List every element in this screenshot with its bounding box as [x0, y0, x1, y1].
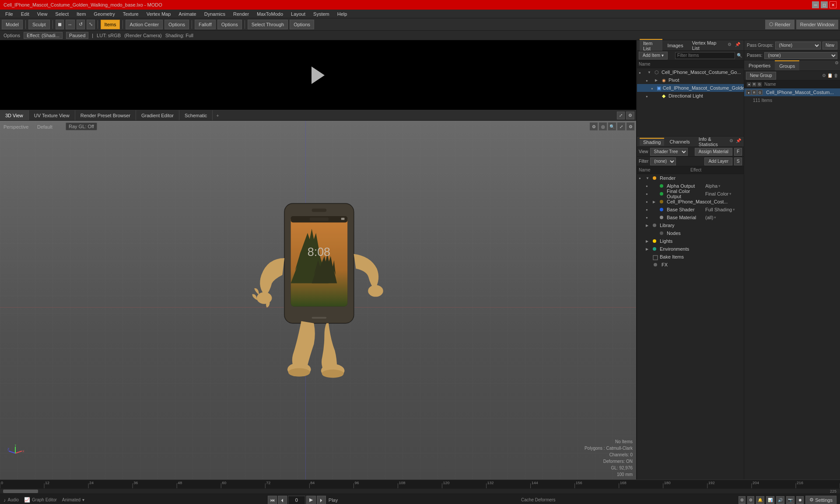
transport-play[interactable]: ▶ — [306, 496, 316, 504]
menu-view[interactable]: View — [34, 10, 51, 18]
tab-schematic[interactable]: Schematic — [179, 110, 213, 120]
assign-material-button[interactable]: Assign Material — [695, 148, 732, 156]
tab-channels[interactable]: Channels — [666, 138, 693, 145]
shade-row-cell[interactable]: ● ▶ Cell_IPhone_Mascot_Cost... — [637, 198, 744, 206]
shader-tree-select[interactable]: Shader Tree — [650, 148, 688, 156]
frame-input[interactable] — [288, 496, 305, 504]
vp-icon-1[interactable]: ⚙ — [590, 122, 598, 130]
shading-pin-icon[interactable]: 📌 — [736, 138, 741, 145]
new-group-button[interactable]: New Group — [746, 72, 776, 80]
action-center-button[interactable]: Action Center — [126, 20, 163, 29]
select-through-button[interactable]: Select Through — [248, 20, 288, 29]
add-item-button[interactable]: Add Item ▾ — [639, 52, 668, 60]
timeline-scroll-thumb[interactable] — [3, 490, 38, 493]
menu-edit[interactable]: Edit — [18, 10, 33, 18]
audio-item[interactable]: ♪ Audio — [4, 497, 19, 503]
menu-file[interactable]: File — [2, 10, 17, 18]
group-g-icon[interactable]: G — [757, 90, 763, 95]
shade-row-bake[interactable]: Bake Items — [637, 253, 744, 261]
menu-system[interactable]: System — [310, 10, 333, 18]
close-button[interactable]: ✕ — [830, 1, 836, 8]
expand-render[interactable]: ▼ — [646, 176, 651, 180]
maximize-button[interactable]: □ — [821, 1, 828, 8]
tab-shading[interactable]: Shading — [640, 138, 664, 146]
status-icon-1[interactable]: ⚙ — [738, 496, 746, 504]
minimize-button[interactable]: ─ — [812, 1, 819, 8]
paused-btn[interactable]: Paused — [66, 32, 88, 39]
timeline-canvas[interactable] — [0, 480, 840, 488]
filter-select[interactable]: (none) — [650, 158, 676, 165]
graph-editor-item[interactable]: 📈 Graph Editor — [24, 497, 57, 503]
exp-btn[interactable]: ▶ — [646, 224, 651, 228]
icon-btn-3[interactable]: ↺ — [77, 20, 85, 29]
groups-settings-icon[interactable]: ⚙ — [833, 60, 840, 67]
menu-maxtomodo[interactable]: MaxToModo — [253, 10, 287, 18]
item-row-light[interactable]: Directional Light — [637, 92, 744, 100]
shade-row-render[interactable]: ● ▼ Render — [637, 174, 744, 182]
render-button[interactable]: ⬡ Render — [765, 20, 794, 29]
vis-btn[interactable]: ● — [646, 192, 651, 196]
menu-select[interactable]: Select — [52, 10, 72, 18]
shade-row-base-shader[interactable]: ● Base Shader Full Shading ▾ — [637, 206, 744, 214]
vis-btn[interactable]: ● — [646, 200, 651, 204]
shade-row-base-material[interactable]: ● Base Material (all) ▾ — [637, 214, 744, 221]
exp-btn[interactable]: ▶ — [646, 239, 651, 243]
status-icon-2[interactable]: ⚙ — [747, 496, 754, 504]
tab-vertex-map[interactable]: Vertex Map List — [689, 39, 724, 52]
expand-icon[interactable] — [654, 77, 659, 83]
add-layer-button[interactable]: Add Layer — [704, 158, 732, 165]
shade-row-fx[interactable]: FX — [637, 261, 744, 269]
item-row-mesh[interactable]: Cell_IPhone_Mascot_Costume_Golde... — [637, 84, 744, 92]
options-1-button[interactable]: Options — [164, 20, 189, 29]
status-icon-3[interactable]: 🔔 — [756, 496, 764, 504]
expand-icon[interactable] — [647, 70, 652, 75]
shade-row-lights[interactable]: ▶ Lights — [637, 237, 744, 245]
tab-item-list[interactable]: Item List — [640, 39, 662, 52]
vp-icon-3[interactable]: 🔍 — [608, 122, 616, 130]
options-2-button[interactable]: Options — [217, 20, 242, 29]
group-row-main[interactable]: ● R G Cell_IPhone_Mascot_Costum... — [744, 88, 840, 96]
status-icon-5[interactable]: 🔊 — [776, 496, 784, 504]
eye-icon[interactable] — [646, 94, 652, 98]
menu-vertex-map[interactable]: Vertex Map — [143, 10, 175, 18]
menu-dynamics[interactable]: Dynamics — [201, 10, 229, 18]
vp-icon-4[interactable]: ⤢ — [617, 122, 625, 130]
group-r-icon[interactable]: R — [752, 90, 757, 95]
transport-next[interactable]: ⏵ — [317, 496, 326, 504]
icon-btn-1[interactable]: ◼ — [56, 20, 64, 29]
vis-btn[interactable]: ● — [646, 184, 651, 188]
eye-icon[interactable] — [639, 70, 645, 75]
vp-settings[interactable]: ⚙ — [626, 112, 634, 119]
menu-animate[interactable]: Animate — [175, 10, 200, 18]
group-vis-icon[interactable]: ● — [746, 90, 751, 95]
sculpt-button[interactable]: Sculpt — [28, 20, 50, 29]
exp-btn[interactable]: ▶ — [646, 247, 651, 251]
menu-geometry[interactable]: Geometry — [90, 10, 118, 18]
transport-prev[interactable]: ⏴ — [278, 496, 287, 504]
transport-start[interactable]: ⏮ — [268, 496, 277, 504]
tab-render-preset[interactable]: Render Preset Browser — [75, 110, 136, 120]
menu-item[interactable]: Item — [73, 10, 89, 18]
vis-btn[interactable]: ● — [646, 208, 651, 212]
col-icon-2[interactable]: R — [752, 82, 756, 87]
menu-render[interactable]: Render — [230, 10, 252, 18]
shade-row-nodes[interactable]: Nodes — [637, 229, 744, 237]
falloff-button[interactable]: Falloff — [195, 20, 216, 29]
cache-deformers-item[interactable]: Cache Deformers — [521, 497, 555, 502]
shade-row-final-color[interactable]: ● Final Color Output Final Color ▾ — [637, 190, 744, 198]
status-icon-6[interactable]: 📷 — [786, 496, 794, 504]
shade-row-library[interactable]: ▶ Library — [637, 221, 744, 229]
tab-3d-view[interactable]: 3D View — [0, 110, 29, 120]
menu-texture[interactable]: Texture — [119, 10, 142, 18]
items-button[interactable]: Items — [101, 20, 120, 29]
shading-settings-icon[interactable]: ⚙ — [729, 138, 734, 145]
f-button[interactable]: F — [734, 148, 742, 156]
vis-btn[interactable]: ● — [646, 216, 651, 220]
item-list-pin-icon[interactable]: 📌 — [735, 42, 741, 49]
s-button[interactable]: S — [734, 158, 742, 165]
tab-groups[interactable]: Groups — [775, 60, 799, 70]
play-button[interactable] — [307, 64, 329, 86]
col-icon-1[interactable]: ● — [747, 82, 751, 87]
icon-btn-2[interactable]: ↔ — [66, 20, 75, 29]
render-window-button[interactable]: Render Window — [796, 20, 838, 29]
